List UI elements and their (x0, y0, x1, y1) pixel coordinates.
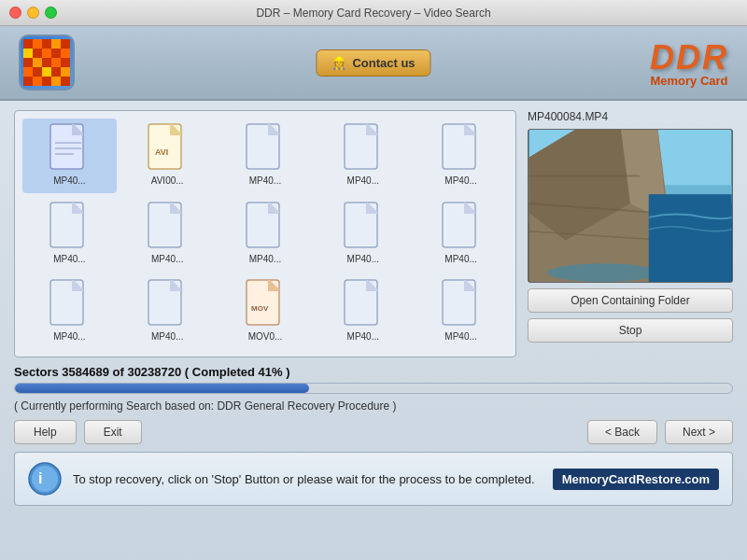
svg-rect-0 (23, 39, 33, 49)
file-name: MP40... (347, 175, 379, 186)
list-item[interactable]: MP40... (218, 197, 313, 272)
file-name: MP40... (53, 331, 85, 342)
file-name: MP40... (249, 175, 281, 186)
file-name: MP40... (347, 254, 379, 264)
window-title: DDR – Memory Card Recovery – Video Searc… (256, 7, 490, 20)
file-name: AVI00... (151, 175, 184, 186)
file-name: MOV0... (248, 331, 283, 342)
list-item[interactable]: MP40... (218, 119, 313, 193)
svg-rect-22 (42, 77, 51, 86)
svg-rect-18 (51, 67, 61, 77)
svg-rect-9 (61, 49, 70, 58)
list-item[interactable]: MP40... (414, 197, 508, 272)
file-icon: MOV (242, 278, 289, 329)
file-icon (438, 122, 485, 174)
ddr-logo: DDR Memory Card (650, 38, 728, 88)
close-button[interactable] (9, 7, 21, 19)
svg-rect-11 (33, 58, 42, 67)
preview-panel: MP400084.MP4 (528, 110, 733, 357)
agent-icon: 👷 (331, 56, 346, 70)
contact-button[interactable]: 👷 Contact us (316, 49, 430, 77)
help-button[interactable]: Help (14, 420, 77, 444)
file-icon (46, 122, 92, 174)
ddr-title: DDR (650, 38, 728, 77)
svg-rect-24 (61, 77, 70, 86)
maximize-button[interactable] (45, 7, 57, 19)
svg-rect-19 (61, 67, 70, 77)
bottom-buttons: Help Exit < Back Next > (14, 420, 733, 444)
file-name: MP40... (249, 254, 281, 264)
file-icon (340, 122, 387, 174)
list-item[interactable]: MP40... (316, 119, 410, 193)
minimize-button[interactable] (27, 7, 39, 19)
file-name: MP40... (444, 254, 476, 264)
progress-section: Sectors 3584689 of 30238720 ( Completed … (14, 365, 733, 413)
list-item[interactable]: MP40... (316, 274, 410, 349)
progress-bar-container (14, 383, 733, 394)
title-bar: DDR – Memory Card Recovery – Video Searc… (0, 0, 747, 26)
svg-rect-6 (33, 49, 42, 58)
ddr-subtitle: Memory Card (650, 74, 728, 88)
exit-button[interactable]: Exit (84, 420, 142, 444)
svg-rect-5 (23, 49, 33, 58)
file-icon (46, 201, 92, 252)
body-area: MP40... AVI AVI00... MP40.. (0, 101, 747, 560)
header: 👷 Contact us DDR Memory Card (0, 26, 747, 101)
svg-text:AVI: AVI (155, 147, 168, 157)
list-item[interactable]: MP40... (120, 274, 215, 349)
next-button[interactable]: Next > (665, 420, 733, 444)
file-name: MP40... (53, 175, 85, 186)
progress-label: Sectors 3584689 of 30238720 ( Completed … (14, 365, 733, 379)
watermark: MemoryCardRestore.com (553, 469, 719, 490)
list-item[interactable]: MP40... (316, 197, 410, 272)
svg-point-70 (547, 263, 658, 282)
svg-rect-2 (42, 39, 51, 49)
file-name: MP40... (53, 254, 85, 264)
file-icon (438, 201, 485, 252)
file-icon: AVI (144, 122, 190, 174)
file-icon (46, 278, 92, 329)
stop-button[interactable]: Stop (528, 318, 733, 343)
main-content: 👷 Contact us DDR Memory Card MP40... (0, 26, 747, 560)
svg-rect-12 (42, 58, 51, 67)
svg-rect-20 (23, 77, 33, 86)
svg-rect-23 (51, 77, 61, 86)
file-name: MP40... (151, 254, 183, 264)
open-folder-button[interactable]: Open Containing Folder (528, 288, 733, 313)
svg-rect-16 (33, 67, 42, 77)
list-item[interactable]: AVI AVI00... (120, 119, 215, 193)
svg-rect-14 (61, 58, 70, 67)
list-item[interactable]: MP40... (414, 119, 508, 193)
svg-rect-1 (33, 39, 42, 49)
progress-bar-fill (15, 384, 309, 393)
list-item[interactable]: MP40... (120, 197, 215, 272)
svg-rect-21 (33, 77, 42, 86)
list-item[interactable]: MOV MOV0... (218, 274, 313, 349)
svg-rect-10 (23, 58, 33, 67)
svg-rect-7 (42, 49, 51, 58)
file-name: MP40... (151, 331, 183, 342)
file-icon (144, 201, 190, 252)
svg-text:MOV: MOV (251, 304, 269, 313)
procedure-label: ( Currently performing Search based on: … (14, 399, 733, 413)
file-icon (438, 278, 485, 329)
file-grid-container: MP40... AVI AVI00... MP40.. (14, 110, 516, 357)
window-controls[interactable] (9, 7, 57, 19)
list-item[interactable]: MP40... (414, 274, 508, 349)
list-item[interactable]: MP40... (22, 197, 117, 272)
top-section: MP40... AVI AVI00... MP40.. (14, 110, 733, 357)
file-grid: MP40... AVI AVI00... MP40.. (15, 111, 515, 357)
file-name: MP40... (347, 331, 379, 342)
file-icon (242, 201, 289, 252)
file-icon (242, 122, 289, 174)
svg-rect-4 (61, 39, 70, 49)
file-name: MP40... (444, 175, 476, 186)
svg-rect-71 (649, 194, 732, 282)
list-item[interactable]: MP40... (22, 274, 117, 349)
list-item[interactable]: MP40... (22, 119, 117, 193)
info-icon: i (28, 462, 62, 496)
svg-rect-13 (51, 58, 61, 67)
svg-point-73 (32, 466, 58, 492)
svg-rect-17 (42, 67, 51, 77)
back-button[interactable]: < Back (587, 420, 657, 444)
